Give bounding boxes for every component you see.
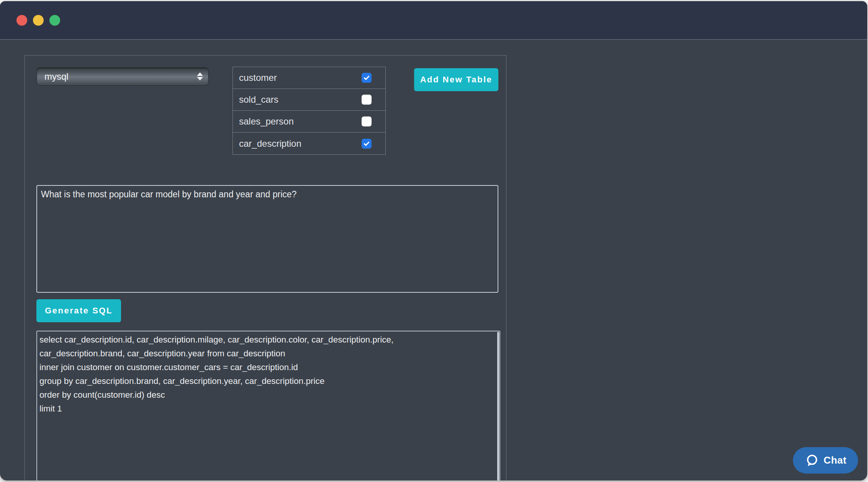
checkmark-icon xyxy=(363,74,370,81)
maximize-window-icon[interactable] xyxy=(49,15,60,26)
checkmark-icon xyxy=(363,140,370,147)
add-new-table-button[interactable]: Add New Table xyxy=(414,68,498,91)
app-window: mysql customersold_carssales_personcar_d… xyxy=(0,1,867,480)
table-row: customer xyxy=(233,67,385,89)
table-name-label: customer xyxy=(239,72,277,83)
chat-button[interactable]: Chat xyxy=(793,447,858,474)
table-row: sales_person xyxy=(233,111,385,133)
query-form-panel: mysql customersold_carssales_personcar_d… xyxy=(25,55,506,480)
minimize-window-icon[interactable] xyxy=(33,15,44,26)
table-name-label: sales_person xyxy=(239,116,294,127)
generate-sql-button[interactable]: Generate SQL xyxy=(36,299,121,322)
table-row: sold_cars xyxy=(233,89,385,111)
table-name-label: car_description xyxy=(239,138,301,149)
table-list: customersold_carssales_personcar_descrip… xyxy=(233,67,386,155)
sql-output[interactable]: select car_description.id, car_descripti… xyxy=(36,331,500,480)
close-window-icon[interactable] xyxy=(16,15,27,26)
chat-bubble-icon xyxy=(804,453,819,468)
page-content: mysql customersold_carssales_personcar_d… xyxy=(0,40,867,480)
table-row: car_description xyxy=(233,133,385,154)
window-titlebar xyxy=(0,1,867,40)
table-name-label: sold_cars xyxy=(239,94,278,105)
chat-button-label: Chat xyxy=(824,454,847,466)
table-checkbox[interactable] xyxy=(362,95,372,105)
sql-output-scrollbar[interactable] xyxy=(497,332,499,480)
question-input[interactable]: What is the most popular car model by br… xyxy=(36,185,498,293)
chevron-up-down-icon xyxy=(197,72,203,80)
table-checkbox[interactable] xyxy=(362,139,372,149)
table-checkbox[interactable] xyxy=(362,73,372,83)
database-select[interactable]: mysql xyxy=(36,67,209,85)
table-checkbox[interactable] xyxy=(362,116,372,126)
sql-output-wrapper: select car_description.id, car_descripti… xyxy=(36,331,500,480)
database-select-value: mysql xyxy=(44,71,69,82)
